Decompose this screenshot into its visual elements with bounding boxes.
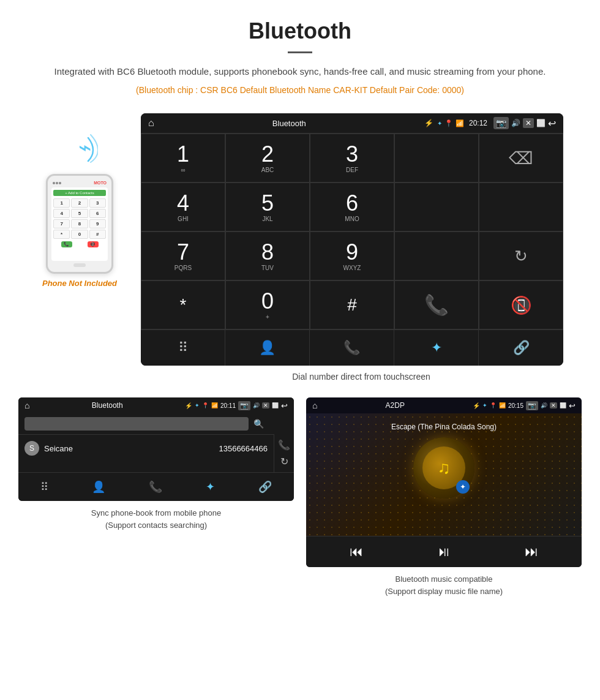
prev-btn[interactable]: ⏮ — [350, 544, 363, 560]
dial-key-4[interactable]: 4 GHI — [141, 183, 225, 231]
dial-key-hash[interactable]: # — [310, 280, 394, 329]
dial-key-8[interactable]: 8 TUV — [225, 231, 310, 280]
next-btn[interactable]: ⏭ — [525, 544, 538, 560]
svg-text:⌁: ⌁ — [78, 135, 92, 160]
pb-home-icon[interactable]: ⌂ — [24, 401, 29, 410]
dial-key-backspace[interactable]: ⌫ — [479, 134, 563, 183]
bluetooth-status-icon: ✦ — [437, 120, 442, 127]
phone-brand: MOTO — [94, 181, 107, 185]
dial-number-8: 8 — [261, 241, 274, 263]
pb-tb-contacts[interactable]: 👤 — [92, 480, 105, 494]
dial-key-9[interactable]: 9 WXYZ — [310, 231, 394, 280]
dial-letters-5: JKL — [262, 216, 272, 222]
dial-number-3: 3 — [346, 143, 358, 165]
dial-title: Bluetooth — [158, 119, 421, 128]
dial-caption: Dial number direct from touchscreen — [141, 366, 582, 391]
phone-signal — [53, 182, 61, 184]
dial-key-reload[interactable]: ↻ — [479, 231, 563, 280]
location-icon: 📍 — [444, 119, 453, 127]
pb-search-bar[interactable] — [24, 417, 249, 431]
call-red-icon: 📵 — [511, 295, 532, 315]
dial-letters-6: MNO — [345, 216, 359, 222]
phone-key-hash: # — [89, 230, 106, 239]
toolbar-link[interactable]: 🔗 — [479, 330, 563, 366]
music-note-icon: ♫ — [438, 458, 451, 478]
middle-section: ⌁ MOTO + Add to Contacts 1 2 — [0, 107, 600, 397]
pb-right-phone-icon[interactable]: 📞 — [278, 439, 290, 451]
ms-title: A2DP — [320, 401, 470, 410]
pb-tb-bluetooth[interactable]: ✦ — [206, 480, 215, 494]
ms-home-icon[interactable]: ⌂ — [312, 401, 317, 410]
status-icons: ✦ 📍 📶 20:12 📷 🔊 ✕ ⬜ ↩ — [437, 117, 556, 129]
dial-key-star[interactable]: * — [141, 280, 225, 329]
phone-key-2: 2 — [71, 198, 88, 208]
pb-content: S Seicane 13566664466 — [18, 434, 274, 472]
ms-x-icon: ✕ — [550, 402, 557, 408]
dial-key-7[interactable]: 7 PQRS — [141, 231, 225, 280]
bluetooth-specs: (Bluetooth chip : CSR BC6 Default Blueto… — [37, 85, 563, 95]
phone-add-contacts: + Add to Contacts — [53, 190, 106, 196]
usb-icon: ⚡ — [424, 119, 433, 127]
dial-toolbar: ⠿ 👤 📞 ✦ 🔗 — [141, 329, 563, 366]
dial-key-call-green[interactable]: 📞 — [394, 280, 479, 329]
pb-right-icons: 📞 ↻ — [274, 434, 294, 472]
toolbar-dialpad[interactable]: ⠿ — [141, 330, 225, 366]
phone-screen: + Add to Contacts 1 2 3 4 5 6 7 8 9 * 0 … — [51, 187, 108, 261]
volume-icon[interactable]: 🔊 — [511, 119, 520, 127]
dial-number-9: 9 — [346, 241, 358, 263]
phone-call-btn: 📞 — [61, 241, 72, 247]
pb-bt-icon: ✦ — [195, 402, 200, 408]
ms-win-icon: ⬜ — [560, 402, 566, 408]
phone-key-3: 3 — [89, 198, 106, 208]
pb-tb-dialpad[interactable]: ⠿ — [40, 480, 48, 494]
header-section: Bluetooth Integrated with BC6 Bluetooth … — [0, 0, 600, 107]
dial-key-0[interactable]: 0 + — [225, 280, 310, 329]
phonebook-screenshot-container: ⌂ Bluetooth ⚡ ✦ 📍 📶 20:11 📷 🔊 ✕ ⬜ ↩ � — [18, 397, 294, 597]
ms-back-icon: ↩ — [569, 401, 576, 410]
pb-wifi-icon: 📶 — [211, 402, 218, 408]
dial-number-7: 7 — [177, 241, 189, 263]
dial-letters-4: GHI — [178, 216, 189, 222]
camera-icon[interactable]: 📷 — [493, 117, 509, 129]
x-icon[interactable]: ✕ — [523, 118, 534, 128]
pb-tb-link[interactable]: 🔗 — [258, 480, 272, 494]
pb-right-reload-icon[interactable]: ↻ — [280, 456, 288, 467]
call-green-icon: 📞 — [424, 293, 449, 317]
back-icon[interactable]: ↩ — [548, 118, 556, 129]
dial-key-6[interactable]: 6 MNO — [310, 183, 394, 231]
dial-status-bar: ⌂ Bluetooth ⚡ ✦ 📍 📶 20:12 📷 🔊 ✕ ⬜ ↩ — [141, 113, 563, 133]
pb-caption2: (Support contacts searching) — [105, 521, 207, 530]
dial-number-hash: # — [347, 296, 357, 314]
pb-time: 20:11 — [220, 402, 236, 409]
pb-search-icon[interactable]: 🔍 — [253, 419, 264, 429]
phone-key-4: 4 — [53, 209, 70, 218]
phone-key-5: 5 — [71, 209, 88, 218]
pb-contact-number: 13566664466 — [219, 444, 268, 453]
dial-screen: ⌂ Bluetooth ⚡ ✦ 📍 📶 20:12 📷 🔊 ✕ ⬜ ↩ — [141, 113, 563, 366]
toolbar-contacts[interactable]: 👤 — [225, 330, 310, 366]
ms-bt-icon: ✦ — [482, 402, 487, 408]
pb-contact-row[interactable]: S Seicane 13566664466 — [18, 434, 274, 462]
dial-key-2[interactable]: 2 ABC — [225, 134, 310, 183]
phone-bottom-bar: 📞 📵 — [53, 241, 106, 247]
ms-loc-icon: 📍 — [490, 402, 497, 408]
pb-contact-name: Seicane — [44, 444, 219, 453]
pb-tb-phone[interactable]: 📞 — [149, 480, 162, 494]
pb-usb-icon: ⚡ — [185, 402, 192, 409]
window-icon[interactable]: ⬜ — [536, 119, 546, 127]
dial-key-3[interactable]: 3 DEF — [310, 134, 394, 183]
wifi-icon: 📶 — [456, 119, 464, 127]
dial-key-call-red[interactable]: 📵 — [479, 280, 563, 329]
ms-vol-icon: 🔊 — [541, 402, 547, 408]
toolbar-bluetooth[interactable]: ✦ — [394, 330, 479, 366]
phone-end-btn: 📵 — [88, 241, 99, 247]
dial-key-1[interactable]: 1 ∞ — [141, 134, 225, 183]
phone-key-star: * — [53, 230, 70, 239]
play-pause-btn[interactable]: ⏯ — [437, 544, 451, 560]
toolbar-phone[interactable]: 📞 — [310, 330, 394, 366]
phone-top-bar: MOTO — [51, 181, 108, 185]
home-icon[interactable]: ⌂ — [148, 118, 154, 129]
dial-key-5[interactable]: 5 JKL — [225, 183, 310, 231]
dial-letters-0: + — [266, 314, 269, 320]
dial-letters-8: TUV — [261, 265, 274, 271]
